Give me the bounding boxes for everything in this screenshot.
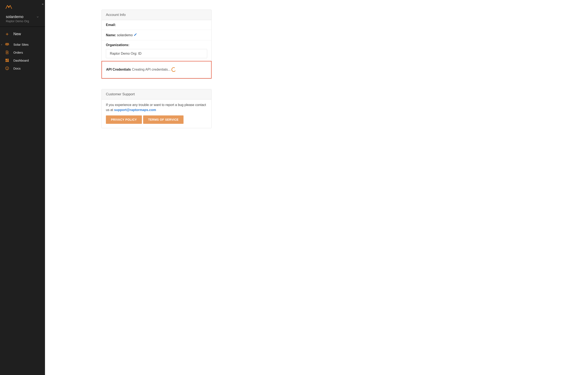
nav-label: Dashboard [13, 59, 29, 62]
chevron-down-icon [36, 15, 39, 19]
api-credentials-row: API Credentials Creating API credentials… [102, 61, 211, 78]
collapse-sidebar-icon[interactable]: ◂◂ [42, 2, 42, 5]
organizations-row: Organizations: Raptor Demo Org: ID [102, 40, 211, 61]
svg-point-18 [7, 69, 7, 69]
email-label: Email: [106, 23, 116, 27]
support-buttons: PRIVACY POLICY TERMS OF SERVICE [102, 113, 211, 128]
brand-logo-icon [5, 4, 12, 9]
svg-rect-15 [6, 61, 7, 62]
terms-of-service-button[interactable]: TERMS OF SERVICE [143, 115, 184, 124]
account-info-card: Account Info Email: Name: solardemo Orga… [102, 10, 211, 79]
main-content: Account Info Email: Name: solardemo Orga… [45, 0, 588, 375]
org-name-label: Raptor Demo Org [6, 20, 39, 23]
card-header: Account Info [102, 10, 211, 20]
privacy-policy-button[interactable]: PRIVACY POLICY [106, 115, 142, 124]
svg-point-0 [8, 6, 9, 7]
sidebar-nav: New ▸ Solar Sites Orders [0, 27, 45, 72]
document-icon [4, 50, 10, 55]
sidebar-item-solar-sites[interactable]: ▸ Solar Sites [0, 40, 45, 48]
spinner-icon [171, 67, 176, 72]
plus-icon [4, 32, 10, 36]
dashboard-icon [4, 58, 10, 62]
nav-label: Docs [13, 67, 21, 70]
sidebar-item-orders[interactable]: Orders [0, 48, 45, 56]
pencil-icon [134, 33, 137, 36]
logo[interactable] [0, 0, 45, 13]
edit-name-button[interactable] [134, 33, 137, 37]
username-label: solardemo [6, 15, 39, 19]
info-circle-icon [4, 66, 10, 70]
svg-rect-14 [7, 60, 9, 62]
api-credentials-status: Creating API credentials... [132, 68, 170, 71]
new-button[interactable]: New [0, 31, 45, 40]
sidebar-item-docs[interactable]: Docs [0, 64, 45, 72]
solar-panel-icon [4, 42, 10, 46]
svg-rect-12 [6, 59, 7, 61]
nav-label: Solar Sites [13, 43, 29, 46]
svg-point-19 [171, 67, 176, 72]
organization-entry: Raptor Demo Org: ID [106, 49, 207, 58]
caret-right-icon: ▸ [1, 43, 2, 46]
org-selector[interactable]: solardemo Raptor Demo Org [0, 13, 45, 27]
nav-label: New [13, 32, 21, 36]
organizations-label: Organizations: [106, 43, 129, 47]
card-header: Customer Support [102, 89, 211, 99]
sidebar: ◂◂ solardemo Raptor Demo Org New ▸ [0, 0, 45, 375]
name-label: Name: [106, 33, 116, 37]
name-value: solardemo [117, 33, 133, 37]
api-credentials-label: API Credentials [106, 68, 131, 71]
support-text: If you experience any trouble or want to… [102, 99, 211, 113]
customer-support-card: Customer Support If you experience any t… [102, 89, 211, 128]
sidebar-item-dashboard[interactable]: Dashboard [0, 56, 45, 64]
name-row: Name: solardemo [102, 30, 211, 40]
support-email-link[interactable]: support@raptormaps.com [114, 108, 156, 112]
svg-rect-13 [7, 59, 9, 60]
nav-label: Orders [13, 51, 23, 54]
email-row: Email: [102, 20, 211, 30]
